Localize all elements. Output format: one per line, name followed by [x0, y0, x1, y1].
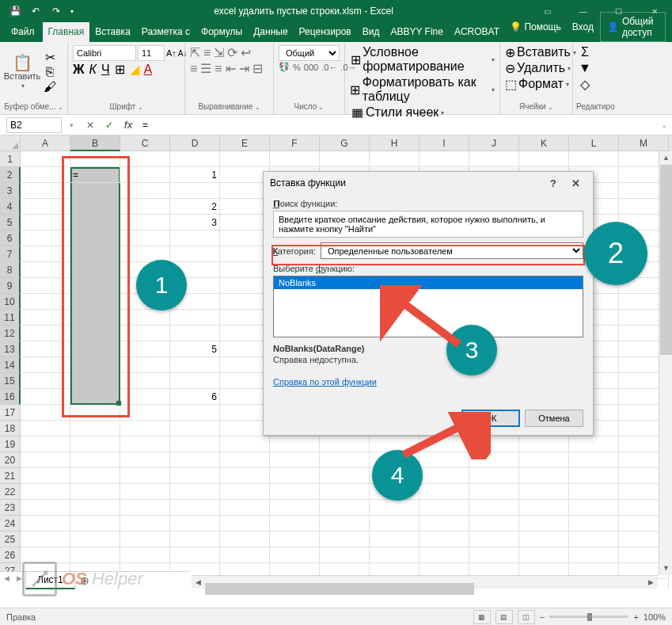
align-middle-icon[interactable]: ≡	[203, 46, 211, 60]
category-select[interactable]: Определенные пользователем	[321, 242, 583, 259]
zoom-slider[interactable]	[549, 615, 628, 618]
tab-insert[interactable]: Вставка	[89, 22, 136, 42]
row-header[interactable]: 2	[0, 167, 21, 183]
decrease-indent-icon[interactable]: ⇤	[226, 61, 236, 76]
dialog-help-icon[interactable]: ?	[542, 177, 564, 189]
row-header[interactable]: 13	[0, 341, 21, 357]
row-header[interactable]: 1	[0, 151, 21, 167]
row-header[interactable]: 24	[0, 516, 21, 532]
col-header[interactable]: L	[569, 135, 619, 151]
border-icon[interactable]: ⊞	[115, 62, 125, 77]
tab-view[interactable]: Вид	[357, 22, 385, 42]
tab-data[interactable]: Данные	[248, 22, 293, 42]
align-bottom-icon[interactable]: ⇲	[214, 45, 224, 60]
italic-icon[interactable]: К	[89, 63, 96, 77]
align-center-icon[interactable]: ☰	[200, 61, 211, 76]
increase-font-icon[interactable]: A↑	[166, 46, 177, 60]
sign-in[interactable]: Вход	[568, 17, 598, 37]
cell[interactable]: 1	[170, 167, 220, 183]
zoom-out-icon[interactable]: −	[540, 612, 545, 622]
increase-decimal-icon[interactable]: .0←	[321, 63, 337, 72]
sheet-nav-prev-icon[interactable]: ◀	[0, 574, 13, 587]
cell[interactable]: 6	[170, 389, 220, 405]
row-header[interactable]: 22	[0, 484, 21, 500]
cancel-formula-icon[interactable]: ✕	[81, 116, 100, 134]
formula-input[interactable]	[138, 118, 656, 132]
row-header[interactable]: 9	[0, 278, 21, 294]
dialog-close-icon[interactable]: ✕	[564, 177, 587, 189]
row-header[interactable]: 21	[0, 468, 21, 484]
align-left-icon[interactable]: ≡	[190, 62, 197, 76]
dialog-titlebar[interactable]: Вставка функции ? ✕	[264, 172, 593, 194]
col-header[interactable]: G	[320, 135, 370, 151]
format-painter-icon[interactable]: 🖌	[43, 80, 57, 94]
tab-layout[interactable]: Разметка с	[136, 22, 196, 42]
merge-icon[interactable]: ⊟	[252, 61, 263, 76]
row-header[interactable]: 26	[0, 547, 21, 563]
clear-icon[interactable]: ◇	[578, 77, 592, 91]
row-header[interactable]: 11	[0, 310, 21, 326]
tell-me[interactable]: 💡 Помощь	[505, 17, 566, 37]
col-header[interactable]: I	[420, 135, 469, 151]
cancel-button[interactable]: Отмена	[525, 410, 583, 427]
col-header[interactable]: D	[170, 135, 220, 151]
row-header[interactable]: 7	[0, 246, 21, 262]
function-list[interactable]: NoBlanks	[273, 276, 583, 337]
save-icon[interactable]: 💾	[5, 0, 25, 22]
ok-button[interactable]: ОК	[461, 410, 520, 427]
row-header[interactable]: 10	[0, 294, 21, 310]
format-cells-button[interactable]: ⬚Формат▾	[505, 77, 568, 91]
page-break-view-icon[interactable]: ◫	[518, 610, 535, 624]
format-as-table-button[interactable]: ⊞Форматировать как таблицу▾	[350, 75, 495, 104]
copy-icon[interactable]: ⎘	[43, 65, 57, 79]
row-header[interactable]: 8	[0, 262, 21, 278]
autosum-icon[interactable]: Σ	[578, 45, 592, 59]
qat-customize-icon[interactable]: ▾	[66, 0, 78, 22]
col-header[interactable]: B	[70, 135, 120, 151]
insert-function-icon[interactable]: fx	[119, 116, 138, 134]
row-header[interactable]: 17	[0, 405, 21, 421]
vertical-scrollbar[interactable]: ▲▼	[659, 151, 672, 575]
row-header[interactable]: 16	[0, 389, 21, 405]
increase-indent-icon[interactable]: ⇥	[239, 61, 249, 76]
conditional-formatting-button[interactable]: ⊞Условное форматирование▾	[350, 45, 495, 74]
row-header[interactable]: 14	[0, 357, 21, 373]
insert-cells-button[interactable]: ⊕Вставить▾	[505, 45, 568, 59]
tab-file[interactable]: Файл	[3, 22, 43, 42]
font-name-input[interactable]	[73, 45, 136, 61]
row-header[interactable]: 5	[0, 215, 21, 231]
expand-formula-bar-icon[interactable]: ⌄	[656, 120, 672, 129]
tab-abbyy[interactable]: ABBYY Fine	[385, 22, 448, 42]
enter-formula-icon[interactable]: ✓	[100, 116, 119, 134]
share-button[interactable]: 👤Общий доступ	[600, 12, 666, 42]
paste-button[interactable]: 📋Вставить▾	[3, 44, 41, 101]
tab-review[interactable]: Рецензиров	[294, 22, 357, 42]
select-all-corner[interactable]	[0, 135, 21, 151]
tab-formulas[interactable]: Формулы	[196, 22, 248, 42]
currency-icon[interactable]: 💱	[279, 62, 290, 72]
wrap-text-icon[interactable]: ↩	[241, 45, 251, 60]
cell[interactable]: 2	[170, 199, 220, 215]
tab-acrobat[interactable]: ACROBAT	[449, 22, 505, 42]
function-help-link[interactable]: Справка по этой функции	[273, 377, 377, 387]
font-size-input[interactable]	[138, 45, 165, 61]
font-color-icon[interactable]: А	[144, 63, 153, 77]
col-header[interactable]: F	[270, 135, 320, 151]
page-layout-view-icon[interactable]: ▤	[495, 610, 513, 624]
col-header[interactable]: J	[469, 135, 519, 151]
row-header[interactable]: 12	[0, 326, 21, 341]
undo-icon[interactable]: ↶	[25, 0, 46, 22]
row-header[interactable]: 6	[0, 231, 21, 246]
row-header[interactable]: 3	[0, 183, 21, 199]
tab-home[interactable]: Главная	[43, 22, 90, 42]
cell[interactable]: 5	[170, 341, 220, 357]
delete-cells-button[interactable]: ⊖Удалить▾	[505, 61, 568, 75]
orientation-icon[interactable]: ⟳	[227, 45, 237, 60]
col-header[interactable]: K	[519, 135, 569, 151]
bold-icon[interactable]: Ж	[73, 63, 84, 77]
search-function-input[interactable]: Введите краткое описание действия, котор…	[273, 211, 583, 238]
zoom-level[interactable]: 100%	[644, 612, 666, 622]
underline-icon[interactable]: Ч	[101, 63, 110, 77]
function-list-item[interactable]: NoBlanks	[274, 276, 583, 289]
row-header[interactable]: 15	[0, 373, 21, 389]
